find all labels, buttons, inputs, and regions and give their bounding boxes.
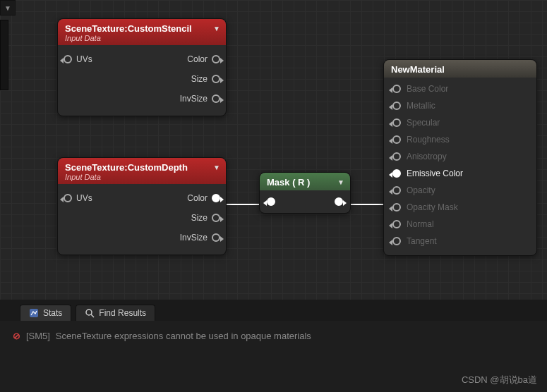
input-pin-normal[interactable]: Normal — [384, 216, 536, 233]
search-icon — [85, 308, 95, 318]
input-pin-emissive-color[interactable]: Emissive Color — [384, 165, 536, 182]
output-pin[interactable] — [335, 197, 343, 206]
input-pin-specular[interactable]: Specular — [384, 114, 536, 131]
tab-find-results[interactable]: Find Results — [76, 305, 155, 321]
output-pin-color[interactable]: Color — [187, 193, 220, 203]
toolbar-dropdown[interactable]: ▼ — [0, 0, 16, 16]
pin-label: Opacity — [407, 185, 435, 195]
node-header[interactable]: SceneTexture:CustomDepth Input Data ▼ — [58, 158, 226, 184]
pin-socket[interactable] — [392, 169, 401, 178]
node-header[interactable]: SceneTexture:CustomStencil Input Data ▼ — [58, 19, 226, 45]
error-message-row: ⊘[SM5] SceneTexture expressions cannot b… — [0, 321, 547, 351]
output-pin-size[interactable]: Size — [191, 213, 220, 223]
input-pin-opacity-mask[interactable]: Opacity Mask — [384, 199, 536, 216]
pin-socket[interactable] — [392, 203, 401, 212]
pin-label: Opacity Mask — [407, 202, 458, 212]
input-pin[interactable] — [267, 197, 275, 206]
node-body: UVs Color Size InvSize — [58, 45, 226, 116]
svg-rect-0 — [30, 309, 38, 317]
node-material-output[interactable]: NewMaterial Base ColorMetallicSpecularRo… — [383, 59, 537, 256]
input-pin-uvs[interactable]: UVs — [64, 193, 92, 203]
pin-label: Tangent — [407, 236, 437, 246]
node-body: Base ColorMetallicSpecularRoughnessAniso… — [384, 78, 536, 255]
pin-label: Metallic — [407, 101, 435, 111]
node-title: NewMaterial — [391, 64, 529, 75]
chevron-down-icon[interactable]: ▼ — [337, 178, 344, 186]
input-pin-opacity[interactable]: Opacity — [384, 182, 536, 199]
chevron-down-icon[interactable]: ▼ — [213, 164, 220, 171]
error-text: SceneTexture expressions cannot be used … — [56, 331, 311, 341]
node-scenetexture-customdepth[interactable]: SceneTexture:CustomDepth Input Data ▼ UV… — [57, 157, 227, 255]
pin-socket[interactable] — [392, 152, 401, 161]
input-pin-base-color[interactable]: Base Color — [384, 80, 536, 97]
input-pin-anisotropy[interactable]: Anisotropy — [384, 148, 536, 165]
sidebar-handle[interactable] — [0, 20, 8, 90]
pin-socket[interactable] — [392, 118, 401, 127]
node-subtitle: Input Data — [65, 173, 219, 181]
pin-socket[interactable] — [392, 186, 401, 195]
output-pin-invsize[interactable]: InvSize — [180, 94, 220, 104]
pin-label: Anisotropy — [407, 152, 447, 161]
node-title: Mask ( R ) — [267, 177, 343, 188]
pin-label: Emissive Color — [407, 169, 463, 178]
chevron-down-icon: ▼ — [1, 1, 15, 15]
stats-icon — [29, 308, 39, 318]
pin-socket[interactable] — [392, 85, 401, 93]
input-pin-tangent[interactable]: Tangent — [384, 233, 536, 250]
node-body: UVs Color Size InvSize — [58, 184, 226, 255]
material-graph[interactable]: ▼ SceneTexture:CustomStencil Input Data … — [0, 0, 547, 300]
output-pin-color[interactable]: Color — [187, 54, 220, 64]
input-pin-uvs[interactable]: UVs — [64, 54, 92, 64]
input-pin-roughness[interactable]: Roughness — [384, 131, 536, 148]
node-subtitle: Input Data — [65, 34, 219, 42]
pin-socket[interactable] — [392, 135, 401, 144]
node-mask[interactable]: Mask ( R ) ▼ — [259, 172, 351, 214]
error-icon: ⊘ — [13, 331, 20, 341]
input-pin-metallic[interactable]: Metallic — [384, 97, 536, 114]
svg-line-2 — [91, 314, 94, 317]
pin-label: Normal — [407, 219, 434, 229]
pin-socket[interactable] — [392, 220, 401, 228]
watermark: CSDN @胡说ba道 — [462, 374, 537, 386]
tabs-row: Stats Find Results — [0, 300, 547, 321]
chevron-down-icon[interactable]: ▼ — [213, 25, 220, 32]
pin-label: Base Color — [407, 84, 448, 94]
error-prefix: [SM5] — [26, 331, 50, 341]
node-header[interactable]: Mask ( R ) ▼ — [260, 173, 350, 190]
pin-socket[interactable] — [392, 102, 401, 110]
node-title: SceneTexture:CustomStencil — [65, 23, 219, 34]
tab-label: Stats — [43, 308, 62, 318]
node-title: SceneTexture:CustomDepth — [65, 162, 219, 173]
pin-label: Roughness — [407, 135, 450, 145]
tab-label: Find Results — [99, 308, 146, 318]
node-body — [260, 190, 350, 213]
node-header[interactable]: NewMaterial — [384, 60, 536, 78]
node-scenetexture-customstencil[interactable]: SceneTexture:CustomStencil Input Data ▼ … — [57, 18, 227, 116]
output-pin-size[interactable]: Size — [191, 74, 220, 84]
pin-label: Specular — [407, 118, 440, 128]
output-pin-invsize[interactable]: InvSize — [180, 233, 220, 243]
svg-point-1 — [86, 310, 92, 315]
tab-stats[interactable]: Stats — [20, 305, 71, 321]
pin-socket[interactable] — [392, 237, 401, 245]
